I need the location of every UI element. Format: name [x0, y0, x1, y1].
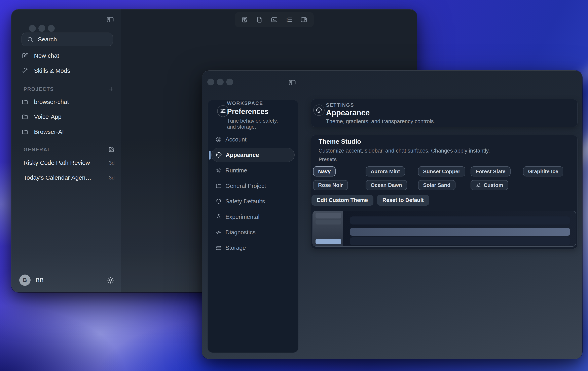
nav-item-safety-defaults[interactable]: Safety Defaults	[211, 194, 294, 208]
nav-label: Experimental	[225, 214, 259, 220]
preview-message-bar	[350, 216, 570, 225]
preview-accent-bar	[315, 239, 341, 244]
conversation-time: 3d	[109, 160, 115, 166]
settings-window: WORKSPACE Preferences Tune behavior, saf…	[202, 70, 582, 359]
nav-label: Runtime	[225, 167, 247, 174]
avatar: B	[19, 275, 31, 286]
general-section-header: GENERAL	[23, 144, 115, 155]
palette-icon	[216, 152, 222, 158]
workspace-eyebrow: WORKSPACE	[227, 101, 263, 106]
shield-icon	[215, 198, 222, 205]
sidebar-toggle-icon[interactable]	[287, 78, 297, 87]
nav-label: General Project	[225, 183, 266, 189]
new-conversation-button[interactable]	[108, 146, 115, 153]
sidebar-item-project[interactable]: browser-chat	[21, 96, 117, 107]
nav-label: Diagnostics	[225, 229, 256, 236]
preset-navy[interactable]: Navy	[313, 166, 336, 176]
preset-label: Navy	[318, 168, 331, 175]
preferences-sidebar: WORKSPACE Preferences Tune behavior, saf…	[208, 100, 298, 353]
reset-to-default-button[interactable]: Reset to Default	[377, 195, 429, 206]
preferences-subtitle: Tune behavior, safety, and storage.	[227, 118, 278, 130]
section-label: PROJECTS	[23, 86, 54, 92]
settings-gear-button[interactable]	[106, 276, 115, 284]
preset-graphite-ice[interactable]: Graphite Ice	[523, 166, 563, 176]
chat-toolbar	[235, 12, 314, 27]
conversation-item[interactable]: Risky Code Path Review 3d	[23, 157, 115, 168]
panel-right-toolbar-button[interactable]	[300, 16, 307, 23]
user-name: BB	[36, 277, 44, 284]
preset-ocean-dawn[interactable]: Ocean Dawn	[366, 180, 407, 190]
numbered-list-toolbar-button[interactable]	[285, 16, 293, 23]
doc-search-toolbar-button[interactable]	[241, 16, 248, 23]
nav-item-account[interactable]: Account	[211, 133, 294, 146]
preset-aurora-mint[interactable]: Aurora Mint	[366, 166, 405, 176]
nav-label: Safety Defaults	[225, 198, 265, 205]
user-account-row[interactable]: B BB	[19, 275, 115, 286]
nav-item-experimental[interactable]: Experimental	[211, 210, 294, 224]
search-input[interactable]: Search	[21, 32, 113, 46]
preset-label: Aurora Mint	[371, 168, 400, 175]
doc-search-icon	[241, 16, 248, 23]
preset-custom[interactable]: Custom	[471, 180, 508, 190]
settings-eyebrow: SETTINGS	[326, 102, 354, 108]
avatar-initial: B	[23, 277, 27, 283]
preview-sidebar	[313, 211, 343, 246]
preferences-content: SETTINGS Appearance Theme, gradients, an…	[311, 70, 582, 359]
sidebar-toggle-icon[interactable]	[105, 15, 115, 24]
nav-label: Account	[225, 136, 247, 143]
edit-custom-theme-button[interactable]: Edit Custom Theme	[312, 195, 373, 206]
activity-icon	[215, 229, 222, 236]
sidebar-item-label: New chat	[34, 52, 59, 59]
preset-forest-slate[interactable]: Forest Slate	[471, 166, 511, 176]
chip-icon	[215, 167, 222, 174]
conversation-item[interactable]: Today's Calendar Agen… 3d	[23, 172, 115, 183]
project-label: browser-chat	[34, 98, 69, 105]
nav-item-runtime[interactable]: Runtime	[211, 163, 294, 177]
minimize-button[interactable]	[217, 79, 224, 85]
preview-message-bar	[350, 237, 570, 245]
page-subtitle: Theme, gradients, and transparency contr…	[326, 118, 435, 125]
plus-icon	[108, 86, 115, 93]
theme-preview	[313, 211, 576, 247]
search-placeholder: Search	[38, 36, 57, 43]
preview-skeleton-bar	[315, 220, 341, 225]
preset-label: Rose Noir	[318, 182, 343, 188]
section-label: GENERAL	[23, 147, 51, 153]
nav-item-diagnostics[interactable]: Diagnostics	[211, 225, 294, 239]
terminal-toolbar-button[interactable]	[271, 16, 278, 23]
nav-item-storage[interactable]: Storage	[211, 241, 294, 255]
zoom-button[interactable]	[226, 79, 233, 85]
preset-solar-sand[interactable]: Solar Sand	[418, 180, 455, 190]
appearance-header-card: SETTINGS Appearance Theme, gradients, an…	[311, 99, 578, 127]
chat-sidebar: Search New chat Skills & Mods PROJECTS b…	[11, 9, 121, 292]
nav-item-general-project[interactable]: General Project	[211, 179, 294, 193]
sidebar-item-skills-mods[interactable]: Skills & Mods	[21, 65, 117, 76]
preset-rose-noir[interactable]: Rose Noir	[313, 180, 348, 190]
theme-studio-card: Theme Studio Customize accent, sidebar, …	[311, 135, 578, 249]
compose-icon	[108, 146, 115, 153]
preview-skeleton-bar	[315, 213, 341, 218]
preset-grid: Navy Aurora Mint Sunset Copper Forest Sl…	[313, 166, 576, 190]
nav-item-appearance[interactable]: Appearance	[211, 148, 294, 162]
sidebar-item-project[interactable]: Voice-App	[21, 111, 117, 122]
preset-sunset-copper[interactable]: Sunset Copper	[418, 166, 465, 176]
terminal-icon	[271, 16, 278, 23]
conversation-title: Today's Calendar Agen…	[23, 174, 92, 181]
theme-actions: Edit Custom Theme Reset to Default	[312, 195, 429, 206]
wand-icon	[21, 67, 28, 74]
folder-icon	[21, 98, 28, 105]
window-controls	[207, 79, 233, 85]
close-button[interactable]	[207, 79, 214, 85]
preset-label: Graphite Ice	[528, 168, 558, 175]
nav-label: Appearance	[226, 152, 259, 158]
folder-icon	[21, 113, 28, 120]
sidebar-item-new-chat[interactable]: New chat	[21, 50, 117, 61]
sidebar-item-project[interactable]: Browser-AI	[21, 126, 117, 137]
add-project-button[interactable]	[108, 86, 115, 93]
numbered-list-icon	[285, 16, 293, 23]
theme-studio-title: Theme Studio	[318, 138, 361, 145]
file-toolbar-button[interactable]	[256, 16, 263, 23]
drive-icon	[215, 245, 222, 251]
appearance-icon-badge	[313, 104, 325, 116]
file-icon	[256, 16, 263, 23]
